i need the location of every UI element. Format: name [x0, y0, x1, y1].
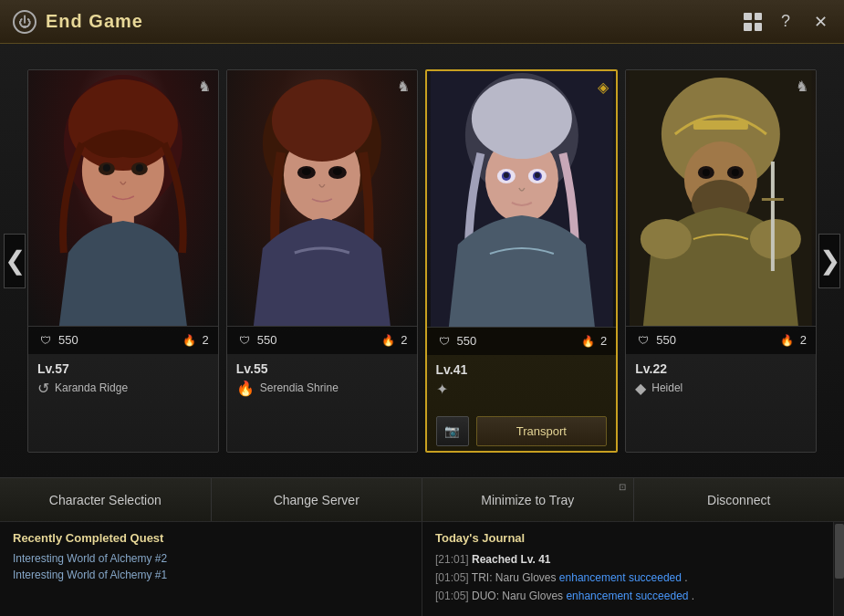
portrait-4: ♞	[626, 70, 816, 326]
card-3-energy: 🔥 2	[579, 333, 607, 350]
card-4-location: ◆ Heidel	[635, 380, 807, 397]
card-3-stats: 🛡 550 🔥 2	[427, 327, 617, 355]
svg-point-25	[534, 172, 539, 178]
location-icon-4: ◆	[635, 380, 646, 397]
svg-point-34	[703, 169, 710, 176]
prev-arrow[interactable]: ❮	[4, 234, 26, 288]
svg-point-14	[333, 168, 342, 175]
currency-icon-3: 🛡	[436, 333, 453, 350]
title-bar-right: ? ✕	[744, 11, 831, 33]
card-2-stats: 🛡 550 🔥 2	[227, 326, 417, 354]
card-3-info: Lv.41 ✦	[427, 355, 617, 409]
card-1-top-icon: ♞	[198, 78, 211, 95]
help-button[interactable]: ?	[775, 11, 797, 33]
bottom-buttons: Character Selection Change Server Minimi…	[0, 477, 844, 521]
journal-time-3: [01:05]	[435, 590, 472, 602]
quest-panel-title: Recently Completed Quest	[13, 531, 409, 545]
currency-icon-1: 🛡	[37, 332, 54, 349]
card-3-level: Lv.41	[436, 362, 608, 377]
svg-point-10	[272, 79, 372, 162]
card-1-currency: 🛡 550	[37, 332, 78, 349]
svg-point-35	[732, 169, 739, 176]
location-icon-2: 🔥	[236, 380, 255, 397]
quest-item-1[interactable]: Interesting World of Alchemy #2	[13, 552, 409, 565]
portrait-2: ♞	[227, 70, 417, 326]
change-server-button[interactable]: Change Server	[212, 478, 423, 521]
card-2-top-icon: ♞	[397, 78, 410, 95]
journal-text-1: Reached Lv. 41	[472, 553, 550, 566]
card-4-location-text: Heidel	[651, 381, 682, 394]
card-1-stats: 🛡 550 🔥 2	[28, 326, 218, 354]
card-1-location-text: Karanda Ridge	[55, 381, 128, 394]
journal-link-2[interactable]: enhancement succeeded	[559, 571, 682, 584]
svg-point-36	[641, 219, 692, 259]
svg-point-5	[103, 164, 110, 172]
energy-icon-3: 🔥	[579, 333, 596, 350]
svg-rect-29	[693, 120, 748, 130]
journal-entry-1: [21:01] Reached Lv. 41	[435, 552, 831, 568]
cards-container: ♞ 🛡 550 🔥 2 Lv.57 ↺ Karan	[27, 55, 817, 466]
character-card-2[interactable]: ♞ 🛡 550 🔥 2 Lv.55 🔥 Sere	[226, 69, 418, 453]
character-card-1[interactable]: ♞ 🛡 550 🔥 2 Lv.57 ↺ Karan	[27, 69, 219, 453]
journal-scroll-thumb[interactable]	[835, 524, 844, 579]
location-icon-3: ✦	[436, 381, 448, 398]
svg-rect-38	[771, 162, 775, 271]
journal-time-2: [01:05]	[435, 571, 472, 584]
energy-icon-4: 🔥	[779, 332, 796, 349]
minimize-tray-button[interactable]: Minimize to Tray ⊡	[422, 478, 634, 521]
journal-text-3b: .	[692, 590, 694, 602]
card-1-location: ↺ Karanda Ridge	[37, 380, 209, 397]
next-arrow[interactable]: ❯	[818, 234, 840, 288]
journal-text-3a: DUO: Naru Gloves	[472, 590, 566, 602]
quest-panel: Recently Completed Quest Interesting Wor…	[0, 522, 422, 616]
card-3-currency: 🛡 550	[436, 333, 477, 350]
card-4-stats: 🛡 550 🔥 2	[626, 326, 816, 354]
card-2-level: Lv.55	[236, 361, 408, 376]
character-card-3[interactable]: ◈ 🛡 550 🔥 2 Lv.41 ✦	[425, 69, 619, 453]
currency-icon-2: 🛡	[236, 332, 253, 349]
grid-icon[interactable]	[744, 13, 762, 31]
svg-point-19	[471, 78, 571, 159]
card-1-info: Lv.57 ↺ Karanda Ridge	[28, 354, 218, 408]
card-4-top-icon: ♞	[796, 78, 808, 95]
journal-scrollbar[interactable]	[833, 522, 844, 616]
transport-button[interactable]: Transport	[476, 416, 608, 446]
main-content: ❮	[0, 44, 844, 477]
card-2-location-text: Serendia Shrine	[260, 381, 339, 394]
svg-point-13	[302, 168, 311, 175]
energy-icon-2: 🔥	[380, 332, 396, 349]
card-3-location: ✦	[436, 381, 608, 398]
power-icon[interactable]: ⏻	[13, 10, 36, 34]
journal-time-1: [21:01]	[435, 553, 472, 566]
camera-button[interactable]: 📷	[436, 416, 469, 446]
card-4-currency: 🛡 550	[635, 332, 676, 349]
title-bar-left: ⏻ End Game	[13, 10, 143, 34]
svg-point-24	[503, 172, 508, 178]
journal-link-3[interactable]: enhancement succeeded	[566, 590, 688, 602]
close-button[interactable]: ✕	[809, 11, 831, 33]
card-3-actions: 📷 Transport	[427, 409, 617, 453]
card-2-location: 🔥 Serendia Shrine	[236, 380, 408, 397]
journal-entry-2: [01:05] TRI: Naru Gloves enhancement suc…	[435, 570, 831, 586]
card-1-energy: 🔥 2	[182, 332, 209, 349]
card-1-level: Lv.57	[37, 361, 209, 376]
quest-item-2[interactable]: Interesting World of Alchemy #1	[13, 569, 409, 581]
window-title: End Game	[46, 11, 143, 32]
currency-icon-4: 🛡	[635, 332, 651, 349]
journal-panel: Today's Journal [21:01] Reached Lv. 41 […	[422, 522, 844, 616]
journal-area: Recently Completed Quest Interesting Wor…	[0, 521, 844, 616]
title-bar: ⏻ End Game ? ✕	[0, 0, 844, 44]
card-4-info: Lv.22 ◆ Heidel	[626, 354, 816, 408]
energy-icon-1: 🔥	[182, 332, 198, 349]
svg-point-37	[750, 219, 801, 259]
character-selection-button[interactable]: Character Selection	[0, 478, 212, 521]
disconnect-button[interactable]: Disconnect	[634, 478, 845, 521]
cards-area: ❮	[0, 44, 844, 477]
journal-text-2b: .	[684, 571, 687, 584]
svg-point-6	[136, 164, 143, 172]
card-4-energy: 🔥 2	[779, 332, 807, 349]
card-2-info: Lv.55 🔥 Serendia Shrine	[227, 354, 417, 408]
card-2-currency: 🛡 550	[236, 332, 277, 349]
character-card-4[interactable]: ♞ 🛡 550 🔥 2 Lv.22 ◆ Heide	[625, 69, 817, 453]
portrait-3: ◈	[427, 71, 617, 327]
